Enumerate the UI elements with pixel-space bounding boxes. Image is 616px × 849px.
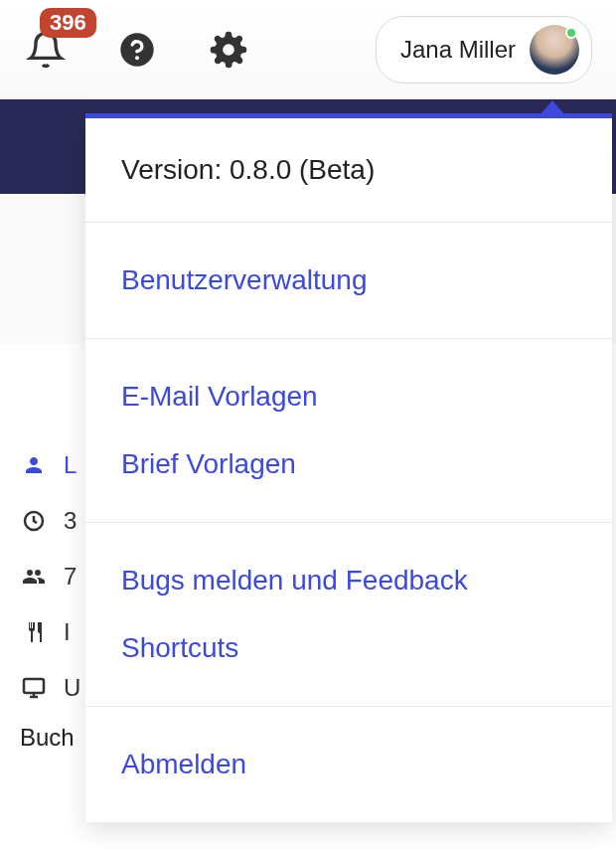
avatar: [530, 25, 579, 75]
topbar-left: 396: [24, 28, 250, 72]
dropdown-section-help: Bugs melden und Feedback Shortcuts: [85, 523, 612, 707]
svg-point-1: [135, 56, 139, 60]
notification-badge: 396: [40, 8, 96, 38]
sidebar-list: L 3 7 I U Buch: [0, 437, 89, 752]
menu-item-email-templates[interactable]: E-Mail Vorlagen: [85, 363, 612, 430]
status-indicator: [565, 27, 577, 39]
version-label: Version: 0.8.0 (Beta): [85, 142, 612, 198]
menu-item-user-management[interactable]: Benutzerverwaltung: [85, 247, 612, 314]
sidebar-item-monitor[interactable]: U: [20, 660, 89, 716]
buch-label: Buch: [20, 724, 89, 752]
sidebar-item-label: 3: [64, 507, 77, 535]
dropdown-section-admin: Benutzerverwaltung: [85, 223, 612, 339]
sidebar-item-label: U: [64, 674, 80, 702]
sidebar-item-utensils[interactable]: I: [20, 604, 89, 660]
help-button[interactable]: [115, 28, 159, 72]
gear-icon: [209, 30, 248, 70]
dropdown-section-version: Version: 0.8.0 (Beta): [85, 118, 612, 223]
menu-item-bugs-feedback[interactable]: Bugs melden und Feedback: [85, 547, 612, 614]
menu-item-logout[interactable]: Abmelden: [85, 731, 612, 798]
user-dropdown: Version: 0.8.0 (Beta) Benutzerverwaltung…: [85, 113, 612, 822]
menu-item-shortcuts[interactable]: Shortcuts: [85, 614, 612, 682]
user-menu-button[interactable]: Jana Miller: [376, 16, 592, 84]
settings-button[interactable]: [207, 28, 250, 72]
sidebar-item-clock[interactable]: 3: [20, 493, 89, 549]
menu-item-letter-templates[interactable]: Brief Vorlagen: [85, 430, 612, 498]
monitor-icon: [20, 674, 48, 702]
sidebar-item-label: L: [64, 451, 77, 479]
clock-icon: [20, 507, 48, 535]
utensils-icon: [20, 618, 48, 646]
sidebar-item-label: 7: [64, 563, 77, 591]
sidebar-item-person[interactable]: L: [20, 437, 89, 493]
sidebar-item-people[interactable]: 7: [20, 549, 89, 604]
person-icon: [20, 451, 48, 479]
topbar: 396 Jana Miller: [0, 0, 616, 99]
notifications-button[interactable]: 396: [24, 28, 68, 72]
dropdown-section-templates: E-Mail Vorlagen Brief Vorlagen: [85, 339, 612, 523]
people-icon: [20, 563, 48, 591]
dropdown-section-logout: Abmelden: [85, 707, 612, 822]
user-name: Jana Miller: [400, 36, 516, 64]
sidebar-item-label: I: [64, 618, 71, 646]
help-icon: [117, 30, 157, 70]
svg-rect-3: [24, 679, 44, 693]
